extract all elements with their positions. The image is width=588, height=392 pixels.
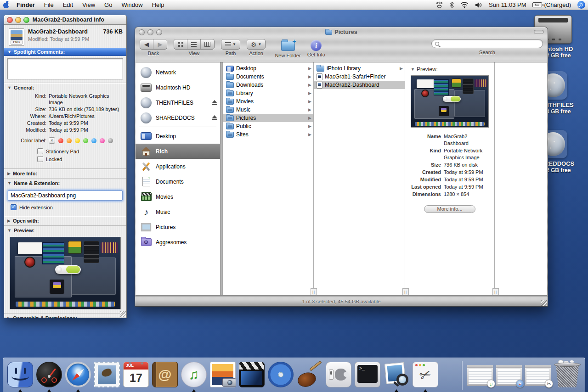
menu-view[interactable]: View <box>78 0 100 10</box>
eject-icon[interactable] <box>212 100 217 105</box>
action-button[interactable]: ⚙▼ <box>247 39 266 50</box>
sidebar-divider[interactable] <box>220 62 223 295</box>
menu-finder[interactable]: Finder <box>12 0 40 10</box>
filename-input[interactable]: MacGrab2-Dashboard.png <box>8 190 123 201</box>
file-row-macgrab1[interactable]: MacGrab1-Safari+Finder <box>314 73 405 81</box>
dock-terminal[interactable]: >_ <box>354 361 381 388</box>
icon-view-button[interactable] <box>174 39 187 49</box>
bluetooth-menu-icon[interactable] <box>450 1 454 8</box>
menu-file[interactable]: File <box>40 0 58 10</box>
label-orange[interactable] <box>67 138 72 143</box>
dock-imovie[interactable] <box>238 361 265 388</box>
dock-mail[interactable] <box>94 361 120 388</box>
dock-finder[interactable] <box>7 361 34 388</box>
column-resize-handle[interactable]: || <box>311 288 317 295</box>
label-blue[interactable] <box>91 138 96 143</box>
folder-row-iphoto-library[interactable]: iPhoto Library▶ <box>314 64 405 73</box>
open-with-section-header[interactable]: ▶ Open with: <box>4 216 126 225</box>
menu-go[interactable]: Go <box>100 0 117 10</box>
folder-row-sites[interactable]: Sites▶ <box>223 130 313 139</box>
sidebar-item-movies[interactable]: Movies <box>136 189 220 204</box>
spotlight-comments-header[interactable]: ▼ Spotlight Comments: <box>4 48 126 56</box>
info-title-bar[interactable]: MacGrab2-Dashboard Info <box>4 15 126 25</box>
back-button[interactable]: ◀ <box>140 39 153 49</box>
get-info-icon[interactable]: i <box>311 40 322 51</box>
file-row-macgrab2[interactable]: MacGrab2-Dashboard <box>314 81 405 89</box>
general-section-header[interactable]: ▼ General: <box>4 83 126 92</box>
menu-clock[interactable]: Sun 11:03 PM <box>489 1 526 8</box>
folder-row-music[interactable]: Music▶ <box>223 106 313 114</box>
folder-row-desktop[interactable]: Desktop▶ <box>223 64 313 73</box>
resize-grip[interactable] <box>541 300 547 306</box>
label-pink[interactable] <box>100 138 105 143</box>
zoom-button[interactable] <box>23 17 29 23</box>
column-view-button[interactable] <box>201 39 214 49</box>
folder-row-downloads[interactable]: Downloads▶ <box>223 81 313 89</box>
dock-itunes[interactable]: ♫ <box>181 361 207 388</box>
sidebar-item-rich[interactable]: Rich <box>136 144 220 159</box>
sidebar-item-documents[interactable]: Documents <box>136 174 220 189</box>
label-gray[interactable] <box>108 138 113 143</box>
sidebar-item-shareddocs[interactable]: SHAREDDOCS <box>136 110 220 125</box>
minimized-safari-window[interactable] <box>496 365 522 386</box>
checkbox[interactable] <box>37 148 43 154</box>
dock-grab[interactable]: ✂ <box>412 361 439 388</box>
dock-dashboard[interactable] <box>36 361 62 388</box>
eject-icon[interactable] <box>212 115 217 120</box>
minimize-button[interactable] <box>15 17 21 23</box>
stationery-pad-option[interactable]: Stationery Pad <box>37 148 126 154</box>
menu-help[interactable]: Help <box>147 0 169 10</box>
hide-extension-option[interactable]: Hide extension <box>11 204 126 210</box>
dock-iphoto[interactable] <box>209 361 236 388</box>
more-info-section-header[interactable]: ▶ More Info: <box>4 169 126 178</box>
dock-address-book[interactable]: @ <box>152 361 178 388</box>
menu-edit[interactable]: Edit <box>58 0 78 10</box>
wifi-menu-icon[interactable] <box>460 2 469 8</box>
dock-idvd[interactable] <box>267 361 294 388</box>
file-preview-thumbnail[interactable] <box>411 75 489 128</box>
folder-row-public[interactable]: Public▶ <box>223 122 313 130</box>
apple-menu[interactable] <box>0 0 12 10</box>
folder-row-pictures[interactable]: Pictures▶ <box>223 114 313 122</box>
dock-ical[interactable]: JUL 17 <box>123 361 149 388</box>
sidebar-item-applications[interactable]: Applications <box>136 159 220 174</box>
minimized-itunes-window[interactable]: ♫ <box>467 365 493 386</box>
forward-button[interactable]: ▶ <box>153 39 167 49</box>
more-info-button[interactable]: More info... <box>424 205 475 213</box>
folder-row-library[interactable]: Library▶ <box>223 89 313 97</box>
dock-system-preferences[interactable] <box>325 361 352 388</box>
spotlight-icon[interactable] <box>577 1 585 9</box>
menu-window[interactable]: Window <box>117 0 147 10</box>
toolbar-toggle-button[interactable] <box>534 30 544 34</box>
dock-trash[interactable] <box>554 361 581 388</box>
label-green[interactable] <box>83 138 88 143</box>
sidebar-item-macintosh-hd[interactable]: Macintosh HD <box>136 80 220 95</box>
new-folder-icon[interactable] <box>281 41 295 51</box>
close-button[interactable] <box>7 17 13 23</box>
search-input[interactable] <box>431 39 543 48</box>
finder-title-bar[interactable]: Pictures <box>135 27 548 37</box>
folder-row-documents[interactable]: Documents▶ <box>223 73 313 81</box>
battery-menu[interactable]: (Charged) <box>532 1 571 8</box>
volume-menu-icon[interactable] <box>475 2 482 8</box>
preview-section-header[interactable]: ▼ Preview: <box>4 226 126 235</box>
spotlight-comments-field[interactable] <box>7 58 123 79</box>
column-resize-handle[interactable]: || <box>402 288 409 295</box>
locked-option[interactable]: Locked <box>37 156 126 162</box>
dock-safari[interactable] <box>65 361 91 388</box>
paw-menu-icon[interactable] <box>435 1 443 8</box>
checkbox-checked[interactable] <box>11 204 17 210</box>
label-red[interactable] <box>58 138 63 143</box>
sidebar-item-aggresomes[interactable]: ⚙ Aggresomes <box>136 235 220 250</box>
label-yellow[interactable] <box>75 138 80 143</box>
column-resize-handle[interactable]: || <box>492 288 499 295</box>
sidebar-item-music[interactable]: ♪ Music <box>136 204 220 219</box>
resize-grip[interactable] <box>120 311 126 317</box>
list-view-button[interactable] <box>187 39 201 49</box>
preview-disclosure[interactable]: ▼ Preview: <box>405 62 494 74</box>
sidebar-item-network[interactable]: Network <box>136 65 220 80</box>
folder-row-movies[interactable]: Movies▶ <box>223 97 313 106</box>
sidebar-item-desktop[interactable]: Desktop <box>136 129 220 144</box>
name-extension-section-header[interactable]: ▼ Name & Extension: <box>4 179 126 188</box>
minimized-grab-window[interactable]: ✂ <box>525 365 551 386</box>
